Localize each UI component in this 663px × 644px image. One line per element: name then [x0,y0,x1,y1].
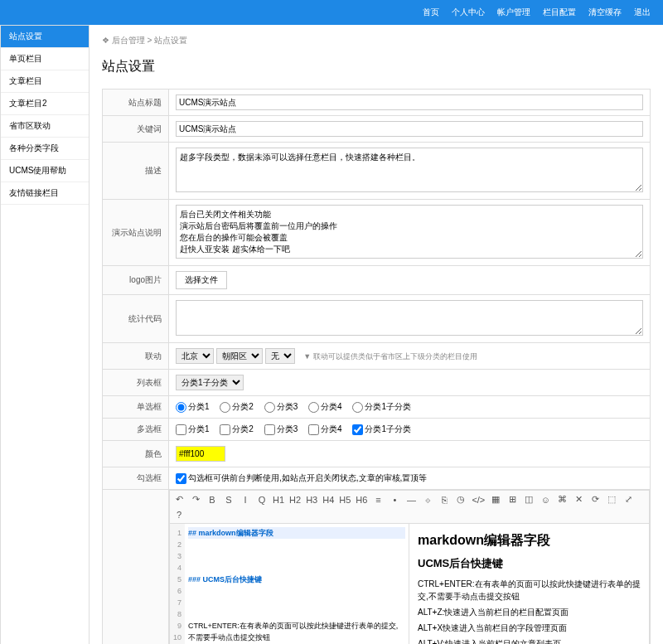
toolbar-icon-23[interactable]: ⌘ [556,494,568,505]
label-keywords: 关键词 [103,116,169,143]
label-linkage: 联动 [103,343,169,370]
demo-note-textarea[interactable]: 后台已关闭文件相关功能 演示站后台密码后将覆盖前一位用户的操作 您在后台的操作可… [176,205,643,259]
sidebar-item-single-page[interactable]: 单页栏目 [1,48,89,70]
toolbar-icon-21[interactable]: ◫ [523,494,535,505]
nav-account[interactable]: 帐户管理 [497,7,530,18]
toolbar-icon-6[interactable]: H1 [273,495,284,505]
sidebar-item-article2[interactable]: 文章栏目2 [1,93,89,115]
toolbar-icon-14[interactable]: — [405,495,417,505]
radio-3[interactable] [264,402,275,413]
toolbar-icon-17[interactable]: ◷ [455,494,467,505]
breadcrumb-admin[interactable]: 后台管理 [112,36,145,45]
preview-h3: UCMS后台快捷键 [418,556,641,571]
checknote-text: 勾选框可供前台判断使用,如站点开启关闭状态,文章的审核,置顶等 [188,473,427,482]
sidebar: 站点设置 单页栏目 文章栏目 文章栏目2 省市区联动 各种分类字段 UCMS使用… [0,25,90,644]
color-input[interactable] [176,446,225,462]
sidebar-item-help[interactable]: UCMS使用帮助 [1,160,89,182]
toolbar-icon-9[interactable]: H4 [322,495,334,505]
toolbar-icon-20[interactable]: ⊞ [506,494,518,505]
toolbar-icon-27[interactable]: ⤢ [622,494,634,505]
toolbar-icon-18[interactable]: </> [472,495,485,505]
sidebar-item-links[interactable]: 友情链接栏目 [1,182,89,205]
checknote-cb[interactable] [176,473,186,484]
cb-3[interactable] [264,424,275,435]
toolbar-icon-11[interactable]: H6 [356,495,367,505]
toolbar-icon-22[interactable]: ☺ [540,495,551,505]
page-title: 站点设置 [102,58,651,80]
label-logo: logo图片 [103,266,169,295]
toolbar-icon-3[interactable]: S [223,495,235,505]
label-color: 颜色 [103,441,169,467]
label-stats: 统计代码 [103,295,169,343]
site-title-input[interactable] [176,94,643,110]
keywords-input[interactable] [176,121,643,137]
toolbar-icon-16[interactable]: ⎘ [438,495,450,505]
toolbar-icon-12[interactable]: ≡ [372,495,384,505]
cb-1[interactable] [176,424,186,435]
desc-textarea[interactable]: 超多字段类型，数据未添可以选择任意栏目，快速搭建各种栏目。 [176,148,643,192]
nav-personal[interactable]: 个人中心 [452,7,485,18]
radio-5[interactable] [352,402,363,413]
list-select[interactable]: 分类1子分类 [176,375,244,390]
nav-home[interactable]: 首页 [423,7,439,18]
toolbar-icon-2[interactable]: B [206,495,218,505]
label-desc: 描述 [103,143,169,200]
markdown-source-pane[interactable]: 12345678910111213141516 ## markdown编辑器字段… [170,524,409,644]
markdown-toolbar: ↶↷BSIQH1H2H3H4H5H6≡•—⟐⎘◷</>▦⊞◫☺⌘✕⟳⬚⤢? [169,490,650,524]
nav-column[interactable]: 栏目配置 [543,7,576,18]
stats-textarea[interactable] [176,300,643,336]
breadcrumb-icon: ❖ [102,36,109,45]
radio-4[interactable] [308,402,319,413]
toolbar-icon-8[interactable]: H3 [306,495,317,505]
cb-4[interactable] [308,424,319,435]
toolbar-icon-19[interactable]: ▦ [490,494,501,505]
label-checknote: 勾选框 [103,467,169,490]
label-markdown: markdown编辑器 [103,490,169,645]
toolbar-icon-10[interactable]: H5 [339,495,351,505]
label-radio: 单选框 [103,396,169,419]
cb-2[interactable] [220,424,230,435]
label-site-title: 站点标题 [103,90,169,116]
line-numbers: 12345678910111213141516 [170,524,185,644]
sidebar-item-fields[interactable]: 各种分类字段 [1,138,89,160]
linkage-hint: ▼ 联动可以提供类似于省市区上下级分类的栏目使用 [303,352,477,361]
markdown-preview: markdown编辑器字段 UCMS后台快捷键 CTRL+ENTER:在有表单的… [409,524,649,644]
linkage-select-1[interactable]: 北京 [176,348,214,364]
nav-clear[interactable]: 清空缓存 [588,7,622,18]
nav-logout[interactable]: 退出 [634,7,651,18]
top-nav: 首页 个人中心 帐户管理 栏目配置 清空缓存 退出 [0,0,663,25]
linkage-select-3[interactable]: 无 [265,348,295,364]
label-list: 列表框 [103,370,169,396]
breadcrumb: ❖ 后台管理 > 站点设置 [102,31,651,50]
toolbar-icon-26[interactable]: ⬚ [606,494,617,505]
radio-1[interactable] [176,402,186,413]
linkage-select-2[interactable]: 朝阳区 [216,348,263,364]
toolbar-icon-15[interactable]: ⟐ [422,495,433,505]
toolbar-icon-28[interactable]: ? [173,510,185,520]
breadcrumb-current: 站点设置 [154,36,187,45]
markdown-source[interactable]: ## markdown编辑器字段 ### UCMS后台快捷键 CTRL+ENTE… [185,524,409,644]
toolbar-icon-5[interactable]: Q [256,495,268,505]
label-demo-note: 演示站点说明 [103,200,169,266]
toolbar-icon-4[interactable]: I [240,495,251,505]
radio-2[interactable] [220,402,230,413]
label-checkbox: 多选框 [103,419,169,441]
toolbar-icon-1[interactable]: ↷ [190,494,201,505]
sidebar-item-site-settings[interactable]: 站点设置 [1,26,89,48]
cb-5[interactable] [352,424,363,435]
preview-h2: markdown编辑器字段 [418,532,641,550]
choose-file-button[interactable]: 选择文件 [176,271,227,289]
toolbar-icon-25[interactable]: ⟳ [589,494,601,505]
toolbar-icon-7[interactable]: H2 [289,495,301,505]
sidebar-item-article[interactable]: 文章栏目 [1,70,89,93]
toolbar-icon-24[interactable]: ✕ [573,494,584,505]
toolbar-icon-0[interactable]: ↶ [173,494,185,505]
toolbar-icon-13[interactable]: • [389,495,400,505]
sidebar-item-linkage[interactable]: 省市区联动 [1,115,89,138]
